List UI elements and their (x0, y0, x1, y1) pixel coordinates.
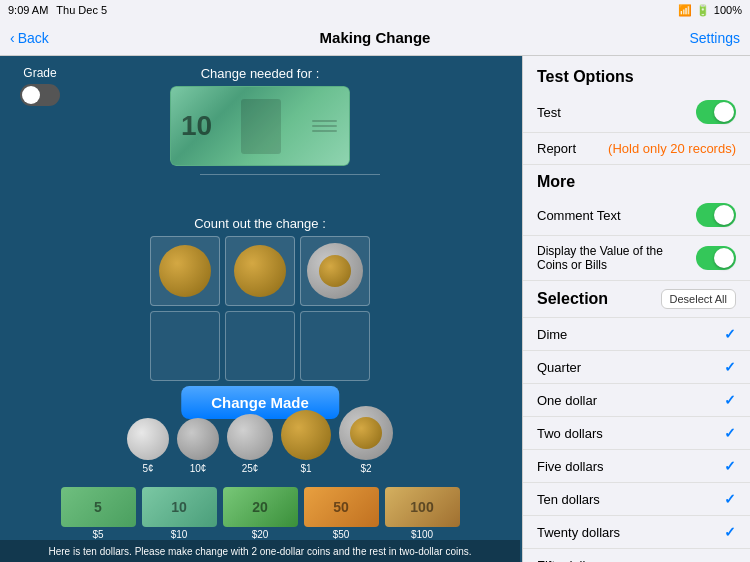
check-row-five-dollars[interactable]: Five dollars ✓ (523, 450, 750, 483)
bill-20-img: 20 (223, 487, 298, 527)
check-label-five-dollars: Five dollars (537, 459, 603, 474)
check-row-twenty-dollars[interactable]: Twenty dollars ✓ (523, 516, 750, 549)
back-chevron-icon: ‹ (10, 30, 15, 46)
coin-1d-label: $1 (300, 463, 311, 474)
check-row-fifty-dollars[interactable]: Fifty dollars ✓ (523, 549, 750, 562)
check-label-ten-dollars: Ten dollars (537, 492, 600, 507)
bill-10-item[interactable]: 10 $10 (142, 487, 217, 540)
check-label-one-dollar: One dollar (537, 393, 597, 408)
coin-25c-item[interactable]: 25¢ (227, 414, 273, 474)
grade-label: Grade (20, 66, 60, 80)
check-label-quarter: Quarter (537, 360, 581, 375)
instruction-text: Here is ten dollars. Please make change … (49, 546, 472, 557)
bill-divider (200, 174, 380, 175)
coin-1d-item[interactable]: $1 (281, 410, 331, 474)
instruction-bar: Here is ten dollars. Please make change … (0, 540, 520, 562)
back-button[interactable]: ‹ Back (10, 30, 49, 46)
bill-10-img: 10 (142, 487, 217, 527)
right-panel: Test Options Test Report (Hold only 20 r… (522, 56, 750, 562)
status-bar: 9:09 AM Thu Dec 5 📶 🔋 100% (0, 0, 750, 20)
coin-2d-inner (350, 417, 382, 449)
display-value-label: Display the Value of the Coins or Bills (537, 244, 696, 272)
battery-icon: 🔋 (696, 4, 710, 17)
deselect-all-button[interactable]: Deselect All (661, 289, 736, 309)
more-section-title: More (523, 165, 750, 195)
change-needed-label: Change needed for : (201, 66, 320, 81)
report-label: Report (537, 141, 608, 156)
report-note[interactable]: (Hold only 20 records) (608, 141, 736, 156)
check-row-dime[interactable]: Dime ✓ (523, 318, 750, 351)
grade-section: Grade (20, 66, 60, 106)
coin-1d (281, 410, 331, 460)
comment-text-toggle[interactable] (696, 203, 736, 227)
test-label: Test (537, 105, 696, 120)
bill-20-item[interactable]: 20 $20 (223, 487, 298, 540)
bottom-coins-row: 5¢ 10¢ 25¢ $1 $2 (0, 406, 520, 474)
coin-2d-item[interactable]: $2 (339, 406, 393, 474)
ten-dollar-bill: 10 (170, 86, 350, 166)
status-icons: 📶 🔋 100% (678, 4, 742, 17)
coin-cell-3[interactable] (300, 236, 370, 306)
coin-cell-6[interactable] (300, 311, 370, 381)
settings-button[interactable]: Settings (689, 30, 740, 46)
bill-5-item[interactable]: 5 $5 (61, 487, 136, 540)
test-options-title: Test Options (523, 56, 750, 92)
test-toggle[interactable] (696, 100, 736, 124)
nav-bar: ‹ Back Making Change Settings (0, 20, 750, 56)
bill-5-img: 5 (61, 487, 136, 527)
grade-toggle[interactable] (20, 84, 60, 106)
bill-portrait (241, 99, 281, 154)
coin-5c (127, 418, 169, 460)
bill-50-label: $50 (333, 529, 350, 540)
status-date: Thu Dec 5 (56, 4, 107, 16)
coin-cell-2[interactable] (225, 236, 295, 306)
toonie-coin-1 (307, 243, 363, 299)
bill-5-label: $5 (92, 529, 103, 540)
coin-2d-label: $2 (360, 463, 371, 474)
check-label-dime: Dime (537, 327, 567, 342)
check-mark-five-dollars: ✓ (724, 458, 736, 474)
bill-10-label: $10 (171, 529, 188, 540)
left-panel: Grade Change needed for : 10 (0, 56, 520, 562)
coin-grid (150, 236, 370, 381)
check-label-fifty-dollars: Fifty dollars (537, 558, 603, 563)
back-label: Back (18, 30, 49, 46)
check-row-ten-dollars[interactable]: Ten dollars ✓ (523, 483, 750, 516)
count-label: Count out the change : (194, 216, 326, 231)
selection-header: Selection Deselect All (523, 281, 750, 318)
check-mark-one-dollar: ✓ (724, 392, 736, 408)
display-toggle-knob (714, 248, 734, 268)
check-mark-twenty-dollars: ✓ (724, 524, 736, 540)
loonie-coin-2 (234, 245, 286, 297)
check-label-twenty-dollars: Twenty dollars (537, 525, 620, 540)
check-mark-dime: ✓ (724, 326, 736, 342)
check-mark-two-dollars: ✓ (724, 425, 736, 441)
loonie-coin-1 (159, 245, 211, 297)
bottom-bills-row: 5 $5 10 $10 20 $20 50 $50 100 $100 (0, 487, 520, 540)
comment-text-label: Comment Text (537, 208, 696, 223)
coin-10c-item[interactable]: 10¢ (177, 418, 219, 474)
bill-50-img: 50 (304, 487, 379, 527)
coin-5c-item[interactable]: 5¢ (127, 418, 169, 474)
check-mark-ten-dollars: ✓ (724, 491, 736, 507)
coin-10c-label: 10¢ (190, 463, 207, 474)
battery-percent: 100% (714, 4, 742, 16)
display-value-toggle[interactable] (696, 246, 736, 270)
toonie-inner (319, 255, 351, 287)
check-row-quarter[interactable]: Quarter ✓ (523, 351, 750, 384)
check-row-two-dollars[interactable]: Two dollars ✓ (523, 417, 750, 450)
coin-cell-4[interactable] (150, 311, 220, 381)
bill-20-label: $20 (252, 529, 269, 540)
bill-100-item[interactable]: 100 $100 (385, 487, 460, 540)
coin-cell-5[interactable] (225, 311, 295, 381)
check-row-one-dollar[interactable]: One dollar ✓ (523, 384, 750, 417)
selection-title: Selection (537, 290, 608, 308)
bill-image: 10 (170, 86, 350, 166)
check-label-two-dollars: Two dollars (537, 426, 603, 441)
bill-decoration (309, 99, 339, 154)
bill-50-item[interactable]: 50 $50 (304, 487, 379, 540)
coin-2d (339, 406, 393, 460)
coin-5c-label: 5¢ (142, 463, 153, 474)
coin-25c (227, 414, 273, 460)
coin-cell-1[interactable] (150, 236, 220, 306)
